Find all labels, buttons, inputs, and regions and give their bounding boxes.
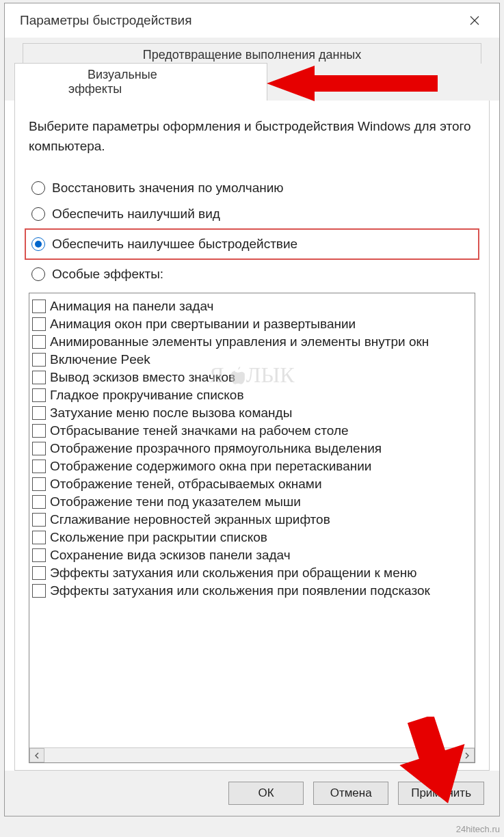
effect-item[interactable]: Отображение прозрачного прямоугольника в… xyxy=(32,440,472,457)
effect-label: Отображение содержимого окна при перетас… xyxy=(50,459,371,474)
effect-item[interactable]: Отображение тени под указателем мыши xyxy=(32,493,472,511)
tab-visual-effects-label: Визуальные эффекты xyxy=(68,68,157,96)
effect-label: Анимация окон при свертывании и разверты… xyxy=(50,317,356,332)
svg-marker-1 xyxy=(267,66,315,101)
effect-item[interactable]: Гладкое прокручивание списков xyxy=(32,386,472,404)
effect-item[interactable]: Сглаживание неровностей экранных шрифтов xyxy=(32,511,472,529)
source-caption: 24hitech.ru xyxy=(456,824,500,834)
ok-button[interactable]: ОК xyxy=(228,782,304,805)
effects-listbox[interactable]: Анимация на панели задачАнимация окон пр… xyxy=(29,293,475,763)
effect-item[interactable]: Анимация на панели задач xyxy=(32,297,472,315)
checkbox-icon[interactable] xyxy=(32,566,46,580)
checkbox-icon[interactable] xyxy=(32,300,46,313)
effect-label: Отбрасывание теней значками на рабочем с… xyxy=(50,423,349,438)
radio-custom[interactable]: Особые эффекты: xyxy=(29,261,475,287)
intro-text: Выберите параметры оформления и быстроде… xyxy=(29,117,475,156)
effect-item[interactable]: Скольжение при раскрытии списков xyxy=(32,529,472,546)
window-title: Параметры быстродействия xyxy=(20,13,191,28)
checkbox-icon[interactable] xyxy=(32,460,46,473)
effect-item[interactable]: Включение Peek xyxy=(32,351,472,369)
tab-dep[interactable]: Предотвращение выполнения данных xyxy=(23,43,481,64)
effect-label: Затухание меню после вызова команды xyxy=(50,406,292,421)
effect-label: Сохранение вида эскизов панели задач xyxy=(50,548,291,563)
effect-item[interactable]: Эффекты затухания или скольжения при обр… xyxy=(32,564,472,582)
radio-label: Восстановить значения по умолчанию xyxy=(52,181,284,196)
checkbox-icon[interactable] xyxy=(32,424,46,438)
effect-item[interactable]: Вывод эскизов вместо значков xyxy=(32,369,472,386)
effect-label: Отображение тени под указателем мыши xyxy=(50,494,301,509)
radio-label: Обеспечить наилучший вид xyxy=(52,207,220,222)
effect-label: Скольжение при раскрытии списков xyxy=(50,530,267,545)
annotation-arrow-apply xyxy=(393,717,468,806)
radio-best-performance[interactable]: Обеспечить наилучшее быстродействие xyxy=(25,228,479,260)
effect-label: Эффекты затухания или скольжения при обр… xyxy=(50,566,416,581)
radio-icon xyxy=(31,181,45,195)
scroll-left-button[interactable] xyxy=(29,748,44,762)
radio-restore-defaults[interactable]: Восстановить значения по умолчанию xyxy=(29,175,475,201)
effect-item[interactable]: Сохранение вида эскизов панели задач xyxy=(32,546,472,564)
effect-item[interactable]: Отображение содержимого окна при перетас… xyxy=(32,457,472,475)
radio-label: Особые эффекты: xyxy=(52,267,163,282)
checkbox-icon[interactable] xyxy=(32,388,46,402)
effect-item[interactable]: Отображение теней, отбрасываемых окнами xyxy=(32,475,472,493)
checkbox-icon[interactable] xyxy=(32,371,46,384)
radio-label: Обеспечить наилучшее быстродействие xyxy=(52,237,297,252)
checkbox-icon[interactable] xyxy=(32,531,46,544)
effect-item[interactable]: Отбрасывание теней значками на рабочем с… xyxy=(32,422,472,440)
effect-item[interactable]: Анимация окон при свертывании и разверты… xyxy=(32,315,472,333)
chevron-left-icon xyxy=(34,752,40,759)
radio-icon xyxy=(31,207,45,221)
checkbox-icon[interactable] xyxy=(32,548,46,562)
effect-label: Отображение теней, отбрасываемых окнами xyxy=(50,477,322,492)
checkbox-icon[interactable] xyxy=(32,495,46,509)
svg-rect-0 xyxy=(308,75,438,92)
radio-best-appearance[interactable]: Обеспечить наилучший вид xyxy=(29,201,475,227)
checkbox-icon[interactable] xyxy=(32,584,46,598)
checkbox-icon[interactable] xyxy=(32,317,46,331)
radio-icon xyxy=(31,267,45,281)
effect-label: Гладкое прокручивание списков xyxy=(50,388,244,403)
performance-options-window: Параметры быстродействия Предотвращение … xyxy=(4,3,500,816)
checkbox-icon[interactable] xyxy=(32,442,46,455)
checkbox-icon[interactable] xyxy=(32,335,46,349)
tab-visual-effects[interactable]: Визуальные эффекты xyxy=(14,63,267,101)
effect-label: Включение Peek xyxy=(50,352,150,367)
effect-label: Вывод эскизов вместо значков xyxy=(50,370,235,385)
checkbox-icon[interactable] xyxy=(32,513,46,527)
checkbox-icon[interactable] xyxy=(32,477,46,491)
effect-label: Анимация на панели задач xyxy=(50,299,214,314)
checkbox-icon[interactable] xyxy=(32,406,46,420)
titlebar: Параметры быстродействия xyxy=(5,3,499,38)
effect-label: Сглаживание неровностей экранных шрифтов xyxy=(50,512,330,527)
effect-item[interactable]: Затухание меню после вызова команды xyxy=(32,404,472,422)
cancel-button[interactable]: Отмена xyxy=(313,782,388,805)
tab-content: Выберите параметры оформления и быстроде… xyxy=(14,101,490,771)
svg-marker-2 xyxy=(393,717,468,806)
close-button[interactable] xyxy=(461,10,488,31)
close-icon xyxy=(470,16,479,25)
effect-label: Анимированные элементы управления и элем… xyxy=(50,334,429,349)
checkbox-icon[interactable] xyxy=(32,353,46,367)
effects-container: Анимация на панели задачАнимация окон пр… xyxy=(29,293,475,747)
radio-icon-checked xyxy=(31,237,45,251)
effect-item[interactable]: Анимированные элементы управления и элем… xyxy=(32,333,472,351)
effect-label: Эффекты затухания или скольжения при поя… xyxy=(50,583,430,598)
annotation-arrow-tabs xyxy=(267,63,438,104)
effect-label: Отображение прозрачного прямоугольника в… xyxy=(50,441,382,456)
effect-item[interactable]: Эффекты затухания или скольжения при поя… xyxy=(32,582,472,600)
